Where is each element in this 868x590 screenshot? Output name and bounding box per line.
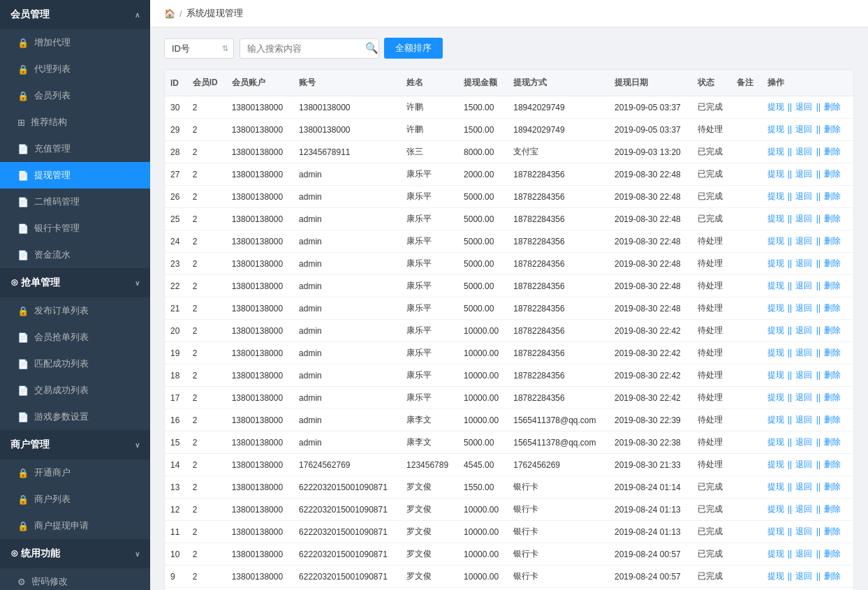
action-delete[interactable]: 删除: [824, 415, 841, 425]
action-return[interactable]: 退回: [795, 392, 812, 402]
action-withdraw[interactable]: 提现: [767, 102, 784, 112]
sidebar-group-member[interactable]: 会员管理 ∧: [0, 0, 150, 29]
action-delete[interactable]: 删除: [824, 459, 841, 469]
sidebar-item-agent-list[interactable]: 🔒 代理列表: [0, 56, 150, 82]
action-delete[interactable]: 删除: [824, 526, 841, 536]
sidebar-group-system[interactable]: ⊙ 统用功能 ∨: [0, 539, 150, 568]
sidebar-item-qrcode-manage[interactable]: 📄 二维码管理: [0, 189, 150, 215]
sidebar-item-fund-flow[interactable]: 📄 资金流水: [0, 242, 150, 268]
sidebar-item-member-list[interactable]: 🔒 会员列表: [0, 82, 150, 109]
action-withdraw[interactable]: 提现: [767, 415, 784, 425]
search-type-select[interactable]: ID号 会员ID 会员账户 账号 姓名: [164, 38, 234, 59]
action-withdraw[interactable]: 提现: [767, 482, 784, 492]
action-withdraw[interactable]: 提现: [767, 437, 784, 447]
action-return[interactable]: 退回: [795, 370, 812, 380]
action-return[interactable]: 退回: [795, 214, 812, 223]
sidebar-item-withdraw-manage[interactable]: 📄 提现管理: [0, 162, 150, 189]
cell-actions: 提现 || 退回 || 删除: [762, 275, 853, 297]
sidebar-group-merchant[interactable]: 商户管理 ∨: [0, 430, 150, 459]
action-withdraw[interactable]: 提现: [767, 526, 784, 536]
action-return[interactable]: 退回: [795, 526, 812, 536]
action-withdraw[interactable]: 提现: [767, 147, 784, 156]
sidebar-item-match-success[interactable]: 📄 匹配成功列表: [0, 351, 150, 377]
action-delete[interactable]: 删除: [824, 571, 841, 581]
action-return[interactable]: 退回: [795, 325, 812, 335]
action-delete[interactable]: 删除: [824, 147, 841, 156]
search-input[interactable]: [240, 38, 379, 59]
sidebar-item-merchant-list[interactable]: 🔒 商户列表: [0, 486, 150, 512]
action-delete[interactable]: 删除: [824, 482, 841, 492]
action-withdraw[interactable]: 提现: [767, 281, 784, 290]
action-return[interactable]: 退回: [795, 169, 812, 179]
action-delete[interactable]: 删除: [824, 281, 841, 290]
action-return[interactable]: 退回: [795, 348, 812, 357]
gear-icon: ⚙: [17, 577, 26, 587]
action-withdraw[interactable]: 提现: [767, 124, 784, 134]
action-delete[interactable]: 删除: [824, 437, 841, 447]
action-withdraw[interactable]: 提现: [767, 191, 784, 201]
action-delete[interactable]: 删除: [824, 191, 841, 201]
sidebar-item-game-params[interactable]: 📄 游戏参数设置: [0, 404, 150, 430]
sidebar-item-merchant-withdraw[interactable]: 🔒 商户提现申请: [0, 512, 150, 539]
action-delete[interactable]: 删除: [824, 102, 841, 112]
sidebar-item-recharge-manage[interactable]: 📄 充值管理: [0, 135, 150, 162]
sidebar-item-trade-success[interactable]: 📄 交易成功列表: [0, 377, 150, 404]
action-return[interactable]: 退回: [795, 281, 812, 290]
action-withdraw[interactable]: 提现: [767, 392, 784, 402]
action-delete[interactable]: 删除: [824, 303, 841, 313]
action-withdraw[interactable]: 提现: [767, 169, 784, 179]
action-return[interactable]: 退回: [795, 549, 812, 559]
action-return[interactable]: 退回: [795, 258, 812, 268]
action-return[interactable]: 退回: [795, 437, 812, 447]
action-delete[interactable]: 删除: [824, 214, 841, 223]
action-return[interactable]: 退回: [795, 124, 812, 134]
action-withdraw[interactable]: 提现: [767, 348, 784, 357]
action-withdraw[interactable]: 提现: [767, 325, 784, 335]
action-delete[interactable]: 删除: [824, 124, 841, 134]
action-delete[interactable]: 删除: [824, 236, 841, 246]
cell-status: 已完成: [692, 208, 731, 230]
action-return[interactable]: 退回: [795, 571, 812, 581]
sidebar-item-member-grab[interactable]: 📄 会员抢单列表: [0, 324, 150, 351]
action-withdraw[interactable]: 提现: [767, 303, 784, 313]
action-withdraw[interactable]: 提现: [767, 459, 784, 469]
action-delete[interactable]: 删除: [824, 258, 841, 268]
action-return[interactable]: 退回: [795, 482, 812, 492]
action-return[interactable]: 退回: [795, 102, 812, 112]
cell-status: 已完成: [692, 141, 731, 163]
sidebar-item-publish-order[interactable]: 🔒 发布订单列表: [0, 297, 150, 324]
action-return[interactable]: 退回: [795, 504, 812, 514]
action-delete[interactable]: 删除: [824, 370, 841, 380]
action-withdraw[interactable]: 提现: [767, 571, 784, 581]
action-withdraw[interactable]: 提现: [767, 258, 784, 268]
action-delete[interactable]: 删除: [824, 325, 841, 335]
search-button[interactable]: 🔍: [365, 42, 378, 54]
action-withdraw[interactable]: 提现: [767, 370, 784, 380]
action-delete[interactable]: 删除: [824, 549, 841, 559]
sort-button[interactable]: 全额排序: [384, 38, 443, 59]
sidebar-group-grab[interactable]: ⊙ 抢单管理 ∨: [0, 268, 150, 297]
action-return[interactable]: 退回: [795, 415, 812, 425]
cell-amount: 10000.00: [458, 521, 508, 543]
action-return[interactable]: 退回: [795, 303, 812, 313]
action-delete[interactable]: 删除: [824, 504, 841, 514]
action-withdraw[interactable]: 提现: [767, 236, 784, 246]
action-delete[interactable]: 删除: [824, 169, 841, 179]
cell-account: 13800138000: [226, 96, 293, 119]
sidebar-item-bankcard-manage[interactable]: 📄 银行卡管理: [0, 215, 150, 242]
sidebar-item-recommend-structure[interactable]: ⊞ 推荐结构: [0, 109, 150, 135]
action-return[interactable]: 退回: [795, 459, 812, 469]
action-delete[interactable]: 删除: [824, 392, 841, 402]
action-withdraw[interactable]: 提现: [767, 214, 784, 223]
action-return[interactable]: 退回: [795, 236, 812, 246]
cell-id: 16: [165, 409, 187, 432]
action-withdraw[interactable]: 提现: [767, 504, 784, 514]
sidebar-item-open-merchant[interactable]: 🔒 开通商户: [0, 459, 150, 486]
cell-member-id: 2: [187, 186, 226, 208]
sidebar-item-password[interactable]: ⚙ 密码修改: [0, 568, 150, 590]
action-return[interactable]: 退回: [795, 191, 812, 201]
action-return[interactable]: 退回: [795, 147, 812, 156]
action-delete[interactable]: 删除: [824, 348, 841, 357]
sidebar-item-add-agent[interactable]: 🔒 增加代理: [0, 29, 150, 56]
action-withdraw[interactable]: 提现: [767, 549, 784, 559]
